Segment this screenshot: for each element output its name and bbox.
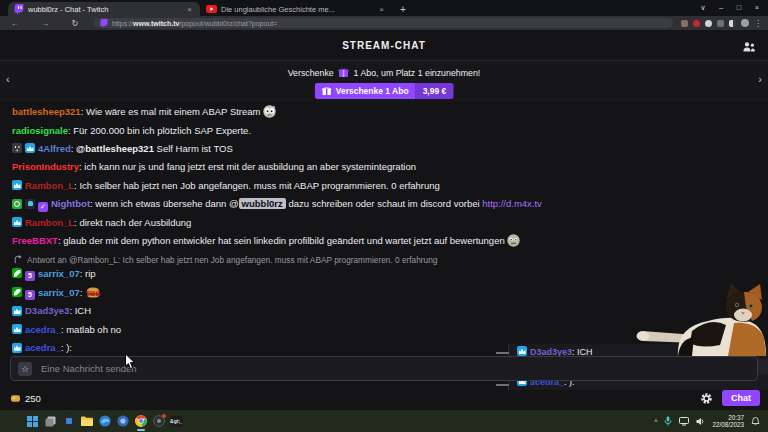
moderator-badge-icon	[12, 287, 22, 297]
profile-avatar[interactable]	[741, 19, 749, 27]
chat-message: PrisonIndustry: ich kann nur js und fang…	[12, 158, 756, 176]
chat-username[interactable]: sarrix_07	[38, 268, 80, 279]
url-text: https://www.twitch.tv/popout/wubbl0rz/ch…	[112, 20, 277, 27]
reload-button[interactable]: ↻	[60, 18, 90, 28]
task-view-icon[interactable]	[44, 415, 57, 428]
close-button[interactable]: ×	[748, 3, 766, 12]
send-chat-button[interactable]: Chat	[722, 390, 760, 406]
tab-close-icon[interactable]: ×	[377, 5, 386, 14]
tab-close-icon[interactable]: ×	[185, 5, 194, 14]
terminal-icon[interactable]: &gt;_	[170, 415, 183, 428]
chat-username[interactable]: Rambon_L	[25, 217, 74, 228]
stream-chat-header: STREAM-CHAT	[0, 30, 768, 61]
tab-search-chevron-icon[interactable]: ∨	[694, 3, 712, 12]
chat-username[interactable]: PrisonIndustry	[12, 161, 79, 172]
gift-price: 3,99 €	[416, 83, 454, 99]
taskbar-clock[interactable]: 20:37 22/08/2023	[712, 414, 744, 428]
gift-sub-button[interactable]: Verschenke 1 Abo 3,99 €	[315, 83, 454, 99]
gear-badge-icon	[12, 199, 22, 209]
browser-app-icon[interactable]	[116, 415, 129, 428]
extension-icon[interactable]	[681, 20, 688, 27]
start-button-icon[interactable]	[26, 415, 39, 428]
chat-username[interactable]: FreeBBXT	[12, 235, 58, 246]
window-controls: ∨ – □ ×	[694, 0, 766, 14]
network-display-icon[interactable]	[679, 412, 689, 430]
address-bar[interactable]: https://www.twitch.tv/popout/wubbl0rz/ch…	[94, 18, 673, 28]
chat-message: battlesheep321: Wie wäre es mal mit eine…	[12, 103, 756, 121]
TOS-emote-icon: TOS	[85, 287, 101, 298]
extension-icon[interactable]	[729, 20, 736, 27]
browser-tab-twitch[interactable]: wubbl0rz - Chat - Twitch ×	[8, 2, 200, 16]
chat-username[interactable]: Nightbot	[51, 198, 90, 209]
tab-strip: wubbl0rz - Chat - Twitch × Die unglaubli…	[0, 0, 768, 16]
notification-bell-icon[interactable]	[751, 412, 760, 430]
chrome-icon[interactable]	[134, 415, 147, 428]
pixel-face-badge-icon	[12, 143, 22, 153]
chat-username[interactable]: acedra_	[25, 342, 61, 353]
chat-username[interactable]: acedra_	[25, 324, 61, 335]
tray-chevron-icon[interactable]: ^	[654, 418, 657, 425]
forward-button[interactable]: →	[30, 18, 60, 28]
settings-gear-icon[interactable]	[700, 392, 713, 405]
chat-username[interactable]: sarrix_07	[38, 287, 80, 298]
file-explorer-icon[interactable]	[80, 415, 93, 428]
microphone-icon[interactable]	[664, 412, 672, 430]
banner-next-icon[interactable]: ›	[758, 73, 762, 85]
browser-tab-youtube[interactable]: Die unglaubliche Geschichte me... ×	[200, 2, 392, 16]
new-tab-button[interactable]: +	[392, 2, 414, 16]
volume-icon[interactable]	[696, 412, 705, 430]
message-text: ich kann nur js und fang jetzt erst mit …	[84, 161, 416, 172]
chat-username[interactable]: battlesheep321	[12, 106, 81, 117]
chat-message-input[interactable]	[39, 362, 750, 375]
recording-app-icon[interactable]	[152, 415, 165, 428]
chat-footer: 250 Chat	[10, 389, 760, 407]
gift-icon	[322, 86, 332, 96]
chat-message: radiosignale: Für 200.000 bin ich plötzl…	[12, 121, 756, 139]
browser-toolbar: ← → ↻ https://www.twitch.tv/popout/wubbl…	[0, 16, 768, 30]
chat-link[interactable]: http://d.m4x.tv	[482, 198, 542, 209]
chat-username[interactable]: Rambon_L	[25, 180, 74, 191]
message-text: Self Harm ist TOS	[154, 143, 233, 154]
widgets-icon[interactable]	[62, 415, 75, 428]
mention: @battlesheep321	[76, 143, 154, 154]
browser-menu-icon[interactable]: ⋮	[754, 19, 762, 28]
points-count: 250	[25, 393, 41, 404]
bot-badge-icon: ✓	[38, 202, 48, 212]
twitch-favicon	[14, 4, 24, 15]
browser-chrome: wubbl0rz - Chat - Twitch × Die unglaubli…	[0, 0, 768, 30]
points-star-icon[interactable]: ☆	[18, 362, 32, 376]
extension-icon[interactable]	[717, 20, 724, 27]
subscriber-badge-icon	[25, 143, 35, 153]
reply-icon	[14, 255, 23, 264]
mention-chip: wubbl0rz	[239, 198, 286, 209]
extension-icon[interactable]	[693, 20, 700, 27]
message-text: Ich selber hab jetzt nen Job angefangen.…	[79, 180, 440, 191]
extension-area: ⋮	[681, 19, 768, 28]
chat-message: Rambon_L: direkt nach der Ausbildung	[12, 214, 756, 232]
chat-input-row: ☆	[10, 356, 758, 381]
extension-icon[interactable]	[705, 20, 712, 27]
overlay-handle	[496, 384, 509, 386]
message-text: dazu schreiben oder schaut im discord vo…	[286, 198, 482, 209]
clock-time: 20:37	[728, 414, 744, 421]
message-text: Wie wäre es mal mit einem ABAP Stream	[86, 106, 263, 117]
reply-context: Antwort an @Rambon_L: Ich selber hab jet…	[12, 251, 756, 265]
clock-date: 22/08/2023	[712, 421, 744, 428]
community-users-icon[interactable]	[742, 39, 756, 57]
gift-sub-banner: ‹ Verschenke 1 Abo, um Platz 1 einzunehm…	[0, 61, 768, 102]
banner-text: Verschenke 1 Abo, um Platz 1 einzunehmen…	[0, 67, 768, 78]
edge-browser-icon[interactable]	[98, 415, 111, 428]
message-text: matlab oh no	[66, 324, 121, 335]
maximize-button[interactable]: □	[730, 3, 748, 12]
chat-username[interactable]: 4Alfred	[38, 143, 71, 154]
sadface-emote-icon	[507, 235, 520, 246]
subscriber-badge-icon	[12, 324, 22, 334]
minimize-button[interactable]: –	[712, 3, 730, 12]
channel-points-chip[interactable]: 250	[10, 393, 41, 404]
message-text: rip	[85, 268, 96, 279]
chat-username[interactable]: radiosignale	[12, 125, 68, 136]
chat-message: 4Alfred: @battlesheep321 Self Harm ist T…	[12, 140, 756, 158]
subscriber-badge-icon	[12, 180, 22, 190]
back-button[interactable]: ←	[0, 18, 30, 28]
chat-username[interactable]: D3ad3ye3	[25, 305, 69, 316]
